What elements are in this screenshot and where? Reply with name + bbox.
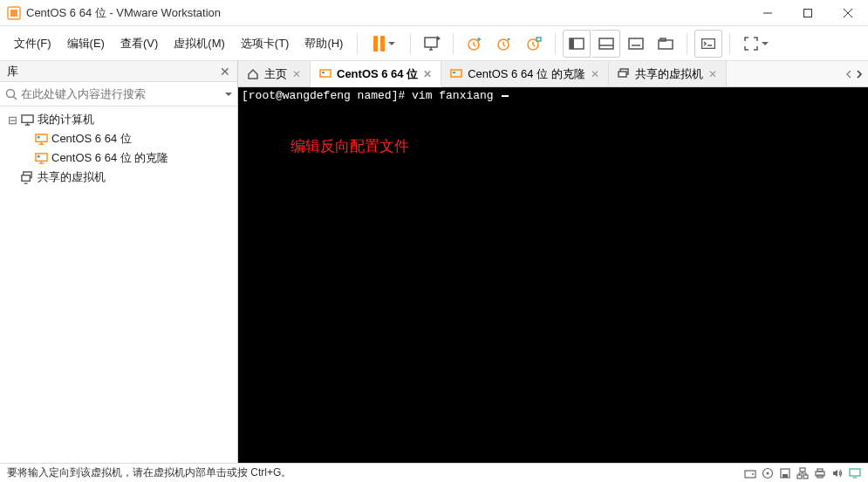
maximize-button[interactable] [788, 0, 828, 25]
tabs-nav [840, 61, 868, 86]
sidebar-header: 库 ✕ [0, 61, 237, 82]
content-area: 主页 ✕ CentOS 6 64 位 ✕ CentOS 6 64 位 的克隆 ✕… [238, 61, 868, 463]
cd-icon[interactable] [762, 467, 774, 479]
svg-rect-22 [22, 114, 33, 121]
manage-snapshot-button[interactable] [520, 30, 548, 58]
view-single-button[interactable] [563, 30, 591, 58]
tree-label: CentOS 6 64 位 [51, 131, 132, 147]
search-input[interactable] [21, 87, 218, 100]
fullscreen-button[interactable] [737, 30, 776, 58]
vm-icon [35, 133, 48, 146]
menu-view[interactable]: 查看(V) [113, 32, 165, 55]
svg-rect-34 [22, 175, 30, 181]
sidebar-title: 库 [7, 64, 220, 79]
tab-label: CentOS 6 64 位 [337, 66, 418, 82]
disk-icon[interactable] [744, 467, 756, 479]
terminal[interactable]: [root@wangdefeng named]# vim fanxiang 编辑… [238, 87, 868, 463]
tree-item-vm[interactable]: CentOS 6 64 位 [0, 129, 237, 148]
svg-point-45 [767, 472, 769, 474]
svg-rect-15 [629, 38, 643, 49]
sidebar-close-button[interactable]: ✕ [220, 65, 230, 79]
menu-tabs[interactable]: 选项卡(T) [234, 32, 297, 55]
view-tabs-button[interactable] [652, 30, 680, 58]
screen-arrow-icon [423, 36, 441, 52]
pause-button[interactable] [365, 30, 403, 58]
menu-help[interactable]: 帮助(H) [297, 32, 350, 55]
printer-icon[interactable] [814, 467, 826, 479]
console-button[interactable] [694, 30, 722, 58]
pause-icon [373, 36, 385, 52]
floppy-icon[interactable] [779, 467, 791, 479]
svg-rect-3 [804, 9, 812, 17]
menu-file[interactable]: 文件(F) [7, 32, 58, 55]
window-title: CentOS 6 64 位 - VMware Workstation [26, 5, 748, 21]
svg-rect-13 [599, 38, 613, 49]
minimize-button[interactable] [748, 0, 788, 25]
chevron-down-icon [388, 42, 395, 45]
menu-edit[interactable]: 编辑(E) [60, 32, 112, 55]
separator [453, 33, 454, 54]
svg-rect-12 [570, 38, 574, 49]
home-icon [247, 68, 259, 80]
monitor-status-icon[interactable] [849, 467, 861, 479]
single-screen-icon [569, 38, 584, 50]
menubar: 文件(F) 编辑(E) 查看(V) 虚拟机(M) 选项卡(T) 帮助(H) [0, 26, 868, 61]
tree-label: 我的计算机 [38, 112, 94, 127]
tree-root-mycomputer[interactable]: ⊟ 我的计算机 [0, 110, 237, 129]
tab-label: 主页 [264, 66, 287, 82]
status-icons [744, 467, 861, 479]
tree-root-shared[interactable]: 共享的虚拟机 [0, 168, 237, 187]
status-message: 要将输入定向到该虚拟机，请在虚拟机内部单击或按 Ctrl+G。 [7, 465, 744, 480]
revert-snapshot-button[interactable] [490, 30, 518, 58]
view-smallbar-button[interactable] [622, 30, 650, 58]
close-icon[interactable]: ✕ [292, 68, 301, 80]
clock-manage-icon [526, 36, 542, 52]
tabs-icon [658, 38, 673, 50]
clock-revert-icon [496, 36, 512, 52]
main-area: 库 ✕ ⊟ 我的计算机 CentOS 6 64 位 CentOS 6 64 位 … [0, 61, 868, 463]
vm-icon [450, 68, 462, 80]
vmware-icon [7, 6, 21, 20]
search-row [0, 82, 237, 107]
svg-rect-54 [850, 469, 860, 476]
nav-prev-icon[interactable] [845, 70, 852, 79]
tab-centos-clone[interactable]: CentOS 6 64 位 的克隆 ✕ [441, 61, 608, 86]
tab-shared[interactable]: 共享的虚拟机 ✕ [609, 61, 727, 86]
monitor-icon [21, 114, 34, 127]
tab-home[interactable]: 主页 ✕ [238, 61, 311, 86]
close-icon[interactable]: ✕ [423, 68, 432, 80]
terminal-prompt: [root@wangdefeng named]# [242, 89, 412, 102]
send-ctrlaltdel-button[interactable] [418, 30, 446, 58]
thumbnail-icon [598, 38, 614, 50]
tree-item-vm[interactable]: CentOS 6 64 位 的克隆 [0, 148, 237, 168]
small-bar-icon [628, 38, 644, 50]
tab-label: 共享的虚拟机 [635, 66, 703, 82]
sound-icon[interactable] [831, 467, 844, 479]
shared-vm-icon [21, 171, 34, 184]
nav-next-icon[interactable] [856, 70, 863, 79]
view-thumbnail-button[interactable] [592, 30, 620, 58]
svg-rect-1 [10, 10, 17, 17]
svg-rect-42 [745, 471, 755, 478]
chevron-down-icon[interactable] [225, 93, 232, 96]
collapse-icon[interactable]: ⊟ [7, 114, 17, 127]
clock-plus-icon [467, 36, 482, 52]
separator [357, 33, 358, 54]
snapshot-button[interactable] [461, 30, 489, 58]
cursor [502, 95, 509, 97]
svg-rect-19 [702, 38, 715, 48]
terminal-command: vim fanxiang [412, 89, 500, 102]
tabs-row: 主页 ✕ CentOS 6 64 位 ✕ CentOS 6 64 位 的克隆 ✕… [238, 61, 868, 87]
tab-centos[interactable]: CentOS 6 64 位 ✕ [311, 61, 441, 87]
svg-rect-28 [38, 135, 40, 138]
search-icon [5, 88, 17, 100]
console-icon [701, 38, 715, 49]
separator [729, 33, 730, 54]
svg-rect-36 [320, 70, 331, 77]
separator [687, 33, 687, 54]
close-icon[interactable]: ✕ [708, 68, 717, 80]
close-button[interactable] [828, 0, 868, 25]
menu-vm[interactable]: 虚拟机(M) [167, 32, 232, 55]
close-icon[interactable]: ✕ [591, 68, 599, 80]
network-icon[interactable] [796, 467, 809, 479]
